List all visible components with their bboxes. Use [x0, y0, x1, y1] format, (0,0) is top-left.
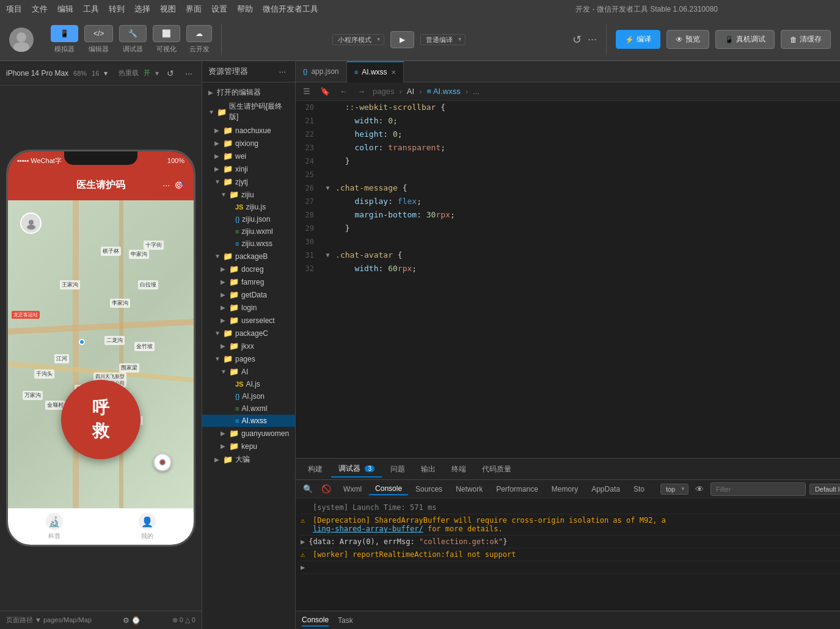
- cloud-btn[interactable]: ☁ 云开发: [186, 25, 212, 54]
- levels-select-wrapper[interactable]: Default levels: [809, 484, 840, 495]
- tree-folder-packageb[interactable]: ▼ 📁 packageB: [202, 250, 295, 263]
- tree-folder-kepu[interactable]: ▶ 📁 kepu: [202, 440, 295, 453]
- tree-folder-qixiong[interactable]: ▶ 📁 qixiong: [202, 137, 295, 150]
- translate-btn[interactable]: ⚡ 编译: [616, 30, 660, 49]
- bottom-tab-console[interactable]: Console: [302, 614, 329, 627]
- subtab-memory[interactable]: Memory: [546, 484, 584, 495]
- tree-folder-naochuxue[interactable]: ▶ 📁 naochuxue: [202, 124, 295, 137]
- tree-file-zijiu-wxss[interactable]: ≡ zijiu.wxss: [202, 238, 295, 250]
- subtab-performance[interactable]: Performance: [490, 484, 544, 495]
- compile-select[interactable]: 普通编译: [420, 34, 466, 45]
- tree-folder-zijiu[interactable]: ▼ 📁 zijiu: [202, 188, 295, 201]
- tab-terminal[interactable]: 终端: [444, 462, 473, 477]
- tab-quality[interactable]: 代码质量: [475, 462, 519, 477]
- sos-button[interactable]: 呼 救: [61, 380, 141, 459]
- nav-science[interactable]: 🔬 科普: [46, 513, 63, 540]
- tree-folder-userselect[interactable]: ▶ 📁 userselect: [202, 314, 295, 327]
- levels-select[interactable]: Default levels: [809, 484, 840, 495]
- more-device-btn[interactable]: ···: [182, 67, 195, 79]
- editor-btn[interactable]: </> 编辑器: [84, 25, 113, 54]
- tab-problems[interactable]: 问题: [383, 462, 412, 477]
- clear-btn[interactable]: 🗑 清缓存: [781, 30, 831, 49]
- menu-item-wechat[interactable]: 微信开发者工具: [263, 4, 318, 15]
- simulator-btn[interactable]: 📱 模拟器: [51, 25, 78, 54]
- nav-mine[interactable]: 👤 我的: [139, 513, 156, 540]
- bookmark-icon[interactable]: 🔖: [318, 85, 332, 97]
- root-folder[interactable]: ▼ 📁 医生请护码[最终版]: [202, 100, 295, 124]
- tree-folder-wei[interactable]: ▶ 📁 wei: [202, 150, 295, 162]
- close-tab-icon[interactable]: ✕: [391, 69, 396, 76]
- expand-arrow-2[interactable]: ▶: [301, 563, 305, 572]
- line-fold-26[interactable]: ▼: [323, 181, 332, 195]
- tab-app-json[interactable]: {} app.json: [296, 61, 347, 82]
- tab-ai-wxss[interactable]: ≡ AI.wxss ✕: [347, 61, 404, 82]
- tree-folder-docreg[interactable]: ▶ 📁 docreg: [202, 263, 295, 275]
- tree-folder-famreg[interactable]: ▶ 📁 famreg: [202, 275, 295, 288]
- subtab-console[interactable]: Console: [369, 483, 408, 495]
- compile-select-wrapper[interactable]: 普通编译: [420, 34, 466, 45]
- subtab-network[interactable]: Network: [450, 484, 489, 495]
- compile-btn[interactable]: ▶: [390, 31, 414, 48]
- refresh-device-btn[interactable]: ↺: [164, 67, 177, 79]
- menu-item-goto[interactable]: 转到: [109, 4, 125, 15]
- subtab-sources[interactable]: Sources: [409, 484, 448, 495]
- tab-debugger[interactable]: 调试器 3: [331, 461, 382, 478]
- subtab-appdata[interactable]: AppData: [585, 484, 626, 495]
- tree-folder-dapian[interactable]: ▶ 📁 大骗: [202, 453, 295, 467]
- tree-folder-xinji[interactable]: ▶ 📁 xinji: [202, 162, 295, 175]
- tree-folder-guanyuwomen[interactable]: ▶ 📁 guanyuwomen: [202, 427, 295, 440]
- tree-file-zijiu-js[interactable]: JS zijiu.js: [202, 201, 295, 213]
- context-select-wrapper[interactable]: top: [660, 484, 688, 495]
- tree-folder-zjytj[interactable]: ▼ 📁 zjytj: [202, 175, 295, 188]
- menu-item-view[interactable]: 视图: [160, 4, 176, 15]
- tree-file-ai-json[interactable]: {} AI.json: [202, 390, 295, 402]
- visible-btn[interactable]: ⬜ 可视化: [153, 25, 180, 54]
- devtools-inspect-icon[interactable]: 🔍: [301, 483, 315, 495]
- menu-item-settings[interactable]: 设置: [211, 4, 227, 15]
- menu-item-help[interactable]: 帮助: [237, 4, 253, 15]
- compile-icon: ▶: [400, 35, 405, 44]
- subtab-wxml[interactable]: Wxml: [337, 484, 368, 495]
- mode-select-wrapper[interactable]: 小程序模式: [332, 34, 384, 45]
- tree-folder-login[interactable]: ▶ 📁 login: [202, 301, 295, 314]
- menu-item-tool[interactable]: 工具: [83, 4, 99, 15]
- real-debug-btn[interactable]: 📱 真机调试: [715, 30, 775, 49]
- tree-file-ai-wxss[interactable]: ≡ AI.wxss: [202, 415, 295, 427]
- tree-folder-jkxx[interactable]: ▶ 📁 jkxx: [202, 340, 295, 352]
- tree-file-zijiu-json[interactable]: {} zijiu.json: [202, 213, 295, 225]
- eye-icon[interactable]: 👁: [692, 483, 707, 495]
- preview-btn[interactable]: 👁 预览: [667, 30, 709, 49]
- back-icon[interactable]: ←: [337, 85, 350, 97]
- forward-icon[interactable]: →: [355, 85, 368, 97]
- devtools-block-icon[interactable]: 🚫: [319, 483, 334, 495]
- bottom-tab-task[interactable]: Task: [338, 615, 353, 626]
- line-fold-31[interactable]: ▼: [323, 249, 332, 262]
- menu-item-project[interactable]: 项目: [6, 4, 22, 15]
- opened-editors-section[interactable]: ▶ 打开的编辑器: [202, 85, 295, 100]
- menu-item-file[interactable]: 文件: [32, 4, 48, 15]
- more-files-btn[interactable]: ···: [276, 65, 289, 78]
- menu-item-interface[interactable]: 界面: [186, 4, 202, 15]
- menu-icon[interactable]: ☰: [301, 85, 313, 97]
- clear-label: 清缓存: [800, 34, 822, 45]
- tab-output[interactable]: 输出: [414, 462, 443, 477]
- tree-file-ai-js[interactable]: JS AI.js: [202, 378, 295, 390]
- tree-file-zijiu-wxml[interactable]: ≡ zijiu.wxml: [202, 225, 295, 238]
- menu-item-select[interactable]: 选择: [134, 4, 150, 15]
- debugger-btn[interactable]: 🔧 调试器: [119, 25, 147, 54]
- subtab-sto[interactable]: Sto: [627, 484, 651, 495]
- mode-select[interactable]: 小程序模式: [332, 34, 384, 45]
- tab-build[interactable]: 构建: [301, 462, 330, 477]
- tree-folder-pages[interactable]: ▼ 📁 pages: [202, 352, 295, 365]
- more-btn[interactable]: ···: [588, 33, 597, 46]
- console-filter-input[interactable]: [710, 482, 806, 496]
- tree-folder-ai[interactable]: ▼ 📁 AI: [202, 365, 295, 378]
- tree-folder-packagec[interactable]: ▼ 📁 packageC: [202, 327, 295, 340]
- menu-item-edit[interactable]: 编辑: [57, 4, 73, 15]
- tree-file-ai-wxml[interactable]: ≡ AI.wxml: [202, 402, 295, 415]
- expand-arrow-1[interactable]: ▶: [301, 537, 305, 546]
- context-select[interactable]: top: [660, 484, 688, 495]
- code-editor[interactable]: 20 ::-webkit-scrollbar { 21 width: 0; 22…: [296, 101, 840, 458]
- tree-folder-getdata[interactable]: ▶ 📁 getData: [202, 288, 295, 301]
- refresh-btn[interactable]: ↺: [572, 33, 582, 46]
